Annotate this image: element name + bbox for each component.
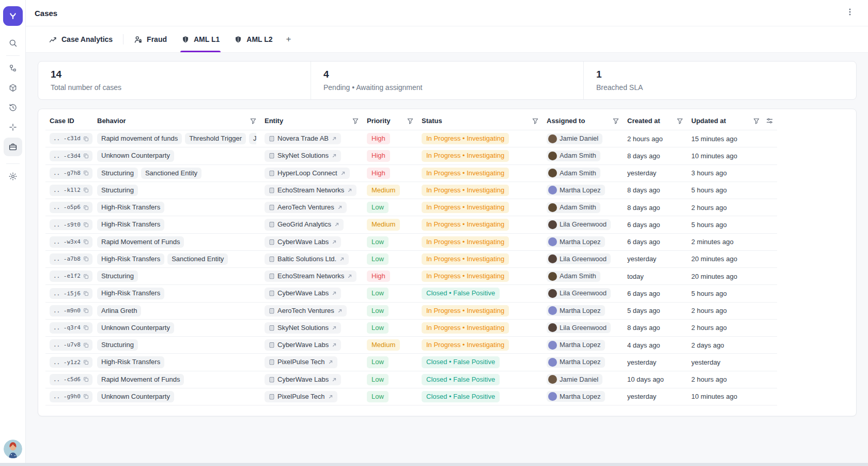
entity-link[interactable]: HyperLoop Connect xyxy=(265,168,350,179)
case-id-badge[interactable]: .. -g7h8 xyxy=(50,168,92,179)
metrics-icon[interactable] xyxy=(4,118,22,137)
table-row[interactable]: .. -e1f2StructuringEchoStream NetworksHi… xyxy=(45,268,777,285)
kebab-menu-icon[interactable] xyxy=(843,6,857,20)
table-row[interactable]: .. -i5j6High-Risk TransfersCyberWave Lab… xyxy=(45,285,777,302)
case-id-badge[interactable]: .. -g9h0 xyxy=(50,391,92,402)
case-id-badge[interactable]: .. -c3d4 xyxy=(50,151,92,162)
assignee-chip[interactable]: Martha Lopez xyxy=(547,236,605,247)
history-icon[interactable] xyxy=(4,98,22,117)
entity-link[interactable]: PixelPulse Tech xyxy=(265,391,337,402)
entity-link[interactable]: PixelPulse Tech xyxy=(265,356,337,368)
assignee-chip[interactable]: Jamie Daniel xyxy=(547,133,602,144)
entity-link[interactable]: EchoStream Networks xyxy=(265,185,357,196)
add-tab-button[interactable]: + xyxy=(280,26,298,52)
assignee-chip[interactable]: Martha Lopez xyxy=(547,305,605,316)
entity-link[interactable]: EchoStream Networks xyxy=(265,270,357,282)
tab-fraud[interactable]: Fraud xyxy=(127,26,174,52)
table-row[interactable]: .. -s9t0High-Risk TransfersGeoGrid Analy… xyxy=(45,216,777,233)
copy-icon[interactable] xyxy=(83,136,89,142)
assignee-chip[interactable]: Adam Smith xyxy=(547,202,600,213)
table-row[interactable]: .. -q3r4Unknown CounterpartySkyNet Solut… xyxy=(45,319,777,336)
table-row[interactable]: .. -y1z2High-Risk TransfersPixelPulse Te… xyxy=(45,354,777,371)
copy-icon[interactable] xyxy=(83,153,89,159)
table-row[interactable]: .. -w3x4Rapid Movement of FundsCyberWave… xyxy=(45,233,777,250)
cube-icon[interactable] xyxy=(4,79,22,97)
briefcase-icon[interactable] xyxy=(4,138,22,156)
assignee-chip[interactable]: Lila Greenwood xyxy=(547,253,611,264)
assignee-chip[interactable]: Lila Greenwood xyxy=(547,219,611,230)
copy-icon[interactable] xyxy=(83,377,89,382)
table-row[interactable]: .. -c31dRapid movement of fundsThreshold… xyxy=(45,130,777,147)
copy-icon[interactable] xyxy=(83,359,89,365)
tab-case-analytics[interactable]: Case Analytics xyxy=(41,26,120,52)
app-logo[interactable] xyxy=(3,6,23,26)
copy-icon[interactable] xyxy=(83,325,89,330)
copy-icon[interactable] xyxy=(83,274,89,279)
gear-icon[interactable] xyxy=(4,167,22,186)
filter-icon[interactable] xyxy=(407,118,413,124)
entity-link[interactable]: SkyNet Solutions xyxy=(265,150,341,161)
entity-link[interactable]: AeroTech Ventures xyxy=(265,305,347,317)
table-row[interactable]: .. -g9h0Unknown CounterpartyPixelPulse T… xyxy=(45,388,777,405)
case-id-badge[interactable]: .. -m9n0 xyxy=(50,305,92,317)
copy-icon[interactable] xyxy=(83,256,89,262)
assignee-chip[interactable]: Jamie Daniel xyxy=(547,374,602,385)
case-id-badge[interactable]: .. -y1z2 xyxy=(50,357,92,368)
entity-link[interactable]: Baltic Solutions Ltd. xyxy=(265,253,349,265)
workflow-icon[interactable] xyxy=(4,59,22,78)
case-id-badge[interactable]: .. -a7b8 xyxy=(50,253,92,265)
tab-aml-l2[interactable]: AML L2 xyxy=(227,26,280,52)
assignee-chip[interactable]: Martha Lopez xyxy=(547,185,605,196)
case-id-badge[interactable]: .. -c5d6 xyxy=(50,374,92,385)
table-row[interactable]: .. -c5d6Rapid Movement of FundsCyberWave… xyxy=(45,371,777,388)
case-id-badge[interactable]: .. -e1f2 xyxy=(50,270,92,282)
case-id-badge[interactable]: .. -o5p6 xyxy=(50,202,92,213)
assignee-chip[interactable]: Martha Lopez xyxy=(547,357,605,368)
entity-link[interactable]: CyberWave Labs xyxy=(265,339,341,351)
filter-icon[interactable] xyxy=(753,118,760,124)
copy-icon[interactable] xyxy=(83,222,89,228)
entity-link[interactable]: CyberWave Labs xyxy=(265,236,341,248)
copy-icon[interactable] xyxy=(83,394,89,399)
copy-icon[interactable] xyxy=(83,239,89,245)
copy-icon[interactable] xyxy=(83,342,89,348)
copy-icon[interactable] xyxy=(83,187,89,193)
assignee-chip[interactable]: Adam Smith xyxy=(547,151,600,161)
filter-icon[interactable] xyxy=(613,118,619,124)
filter-icon[interactable] xyxy=(250,118,256,124)
entity-link[interactable]: Novera Trade AB xyxy=(265,133,341,144)
filter-icon[interactable] xyxy=(352,118,359,124)
column-settings-icon[interactable] xyxy=(766,117,773,124)
copy-icon[interactable] xyxy=(83,291,89,296)
assignee-chip[interactable]: Adam Smith xyxy=(547,271,600,282)
copy-icon[interactable] xyxy=(83,170,89,176)
filter-icon[interactable] xyxy=(677,118,683,124)
entity-link[interactable]: AeroTech Ventures xyxy=(265,202,347,213)
filter-icon[interactable] xyxy=(532,118,538,124)
table-row[interactable]: .. -a7b8High-Risk TransfersSanctioned En… xyxy=(45,250,777,267)
entity-link[interactable]: GeoGrid Analytics xyxy=(265,219,344,230)
copy-icon[interactable] xyxy=(83,205,89,211)
case-id-badge[interactable]: .. -s9t0 xyxy=(50,219,92,231)
assignee-chip[interactable]: Adam Smith xyxy=(547,168,600,178)
table-row[interactable]: .. -g7h8StructuringSanctioned EntityHype… xyxy=(45,164,777,182)
search-icon[interactable] xyxy=(4,34,22,52)
case-id-badge[interactable]: .. -w3x4 xyxy=(50,236,92,248)
copy-icon[interactable] xyxy=(83,308,89,313)
table-row[interactable]: .. -k1l2StructuringEchoStream NetworksMe… xyxy=(45,182,777,199)
assignee-chip[interactable]: Martha Lopez xyxy=(547,391,605,402)
table-row[interactable]: .. -u7v8StructuringCyberWave LabsMediumI… xyxy=(45,337,777,354)
case-id-badge[interactable]: .. -c31d xyxy=(50,133,92,144)
assignee-chip[interactable]: Martha Lopez xyxy=(547,340,605,351)
table-row[interactable]: .. -c3d4Unknown CounterpartySkyNet Solut… xyxy=(45,147,777,164)
entity-link[interactable]: SkyNet Solutions xyxy=(265,322,341,334)
case-id-badge[interactable]: .. -i5j6 xyxy=(50,288,92,299)
entity-link[interactable]: CyberWave Labs xyxy=(265,374,341,385)
assignee-chip[interactable]: Lila Greenwood xyxy=(547,322,611,333)
case-id-badge[interactable]: .. -q3r4 xyxy=(50,322,92,334)
table-row[interactable]: .. -m9n0Arlina GrethAeroTech VenturesLow… xyxy=(45,302,777,319)
table-row[interactable]: .. -o5p6High-Risk TransfersAeroTech Vent… xyxy=(45,199,777,216)
case-id-badge[interactable]: .. -k1l2 xyxy=(50,185,92,196)
assignee-chip[interactable]: Lila Greenwood xyxy=(547,288,611,299)
entity-link[interactable]: CyberWave Labs xyxy=(265,288,341,299)
